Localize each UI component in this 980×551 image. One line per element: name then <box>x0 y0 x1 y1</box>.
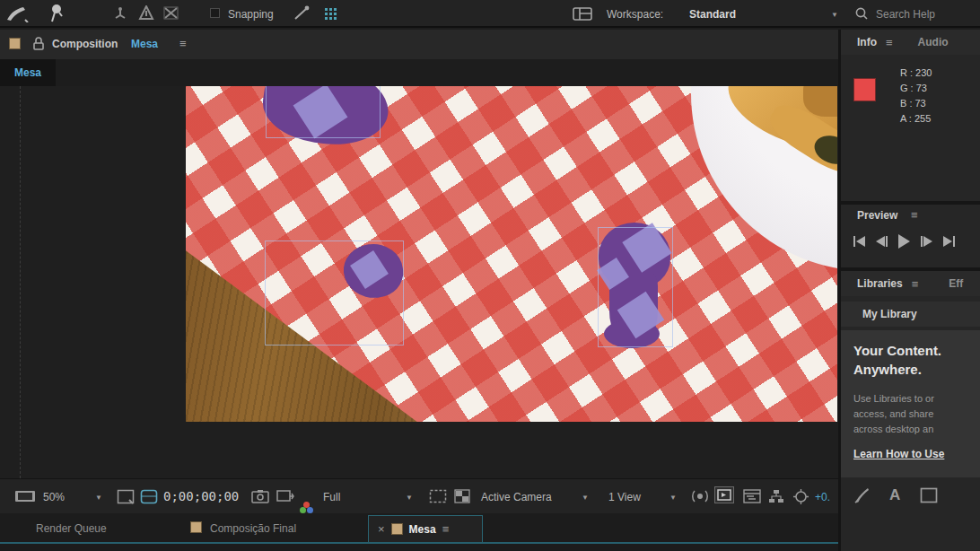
workspace-icon <box>573 7 592 21</box>
composition-panel-header: Composition Mesa ≡ <box>0 30 838 59</box>
libraries-body-line-3: across desktop an <box>853 422 980 437</box>
libraries-body-line-1: Use Libraries to or <box>853 391 980 407</box>
flowchart-icon[interactable] <box>768 489 784 503</box>
show-snapshot-icon[interactable] <box>276 489 294 503</box>
close-icon[interactable]: × <box>378 522 385 536</box>
info-r-value: R : 230 <box>900 66 932 81</box>
magnification-dropdown-icon[interactable]: ▼ <box>95 494 102 502</box>
tab-composicao-final[interactable]: Composição Final <box>210 522 296 535</box>
grid-guide-options-icon[interactable] <box>117 489 135 504</box>
tab-render-queue[interactable]: Render Queue <box>36 522 107 535</box>
view-layout-dropdown-icon[interactable]: ▼ <box>669 494 677 502</box>
workspace-selector[interactable]: Standard <box>689 8 736 21</box>
guide-line <box>20 86 21 478</box>
reset-exposure-icon[interactable] <box>793 489 809 504</box>
libraries-headline-1: Your Content. <box>853 341 980 360</box>
panel-color-swatch <box>9 38 21 49</box>
brush-tool-icon[interactable] <box>5 5 29 22</box>
library-shape-icon[interactable] <box>920 487 938 503</box>
libraries-tab-row: Libraries ≡ Eff <box>841 271 980 296</box>
libraries-content: Your Content. Anywhere. Use Libraries to… <box>841 330 980 477</box>
snap-grid-icon[interactable] <box>325 8 328 11</box>
camera-view-selector[interactable]: Active Camera <box>481 491 552 503</box>
library-text-icon[interactable]: A <box>889 486 900 504</box>
panel-comp-name: Mesa <box>131 38 158 50</box>
camera-view-dropdown-icon[interactable]: ▼ <box>582 494 589 502</box>
pan-camera-tool-icon[interactable] <box>138 5 154 21</box>
first-frame-button[interactable] <box>853 236 865 247</box>
next-frame-button[interactable] <box>921 236 932 247</box>
snapping-checkbox[interactable] <box>210 8 220 18</box>
orbit-camera-tool-icon[interactable] <box>113 6 127 21</box>
library-selector-label: My Library <box>862 308 917 320</box>
info-a-value: A : 255 <box>900 111 932 127</box>
info-rgba-values: R : 230 G : 73 B : 73 A : 255 <box>900 66 932 127</box>
viewer-tab-mesa[interactable]: Mesa <box>0 59 56 86</box>
workspace-dropdown-icon[interactable]: ▼ <box>831 11 838 19</box>
snapshot-icon[interactable] <box>251 489 269 503</box>
tab-audio[interactable]: Audio <box>918 36 949 48</box>
timeline-icon[interactable] <box>743 489 761 503</box>
snap-options-icon[interactable] <box>293 5 311 22</box>
search-icon <box>854 6 869 21</box>
info-b-value: B : 73 <box>900 96 932 111</box>
info-color-swatch <box>853 78 876 101</box>
libraries-menu-icon[interactable]: ≡ <box>912 277 919 291</box>
tab-mesa-label: Mesa <box>409 523 436 536</box>
after-effects-window: Snapping Workspace: Standard ▼ Search He… <box>0 0 980 551</box>
timecode-display[interactable]: 0;00;00;00 <box>163 489 239 503</box>
learn-how-link[interactable]: Learn How to Use <box>853 448 980 460</box>
puppet-pin-tool-icon[interactable] <box>47 4 65 23</box>
tab-libraries[interactable]: Libraries <box>857 277 903 290</box>
top-toolbar: Snapping Workspace: Standard ▼ Search He… <box>0 0 980 28</box>
composition-image[interactable] <box>186 86 837 422</box>
comp-final-color-swatch <box>190 521 202 533</box>
previous-frame-button[interactable] <box>876 236 888 247</box>
library-brush-icon[interactable] <box>853 486 870 504</box>
magnification-value[interactable]: 50% <box>43 491 65 503</box>
view-layout-selector[interactable]: 1 View <box>608 491 641 503</box>
libraries-toolbar: A <box>853 484 938 507</box>
tab-menu-icon[interactable]: ≡ <box>442 522 450 536</box>
active-tab-underline <box>0 542 980 544</box>
bottom-tab-bar: Render Queue Composição Final × Mesa ≡ <box>0 513 980 551</box>
composition-viewer[interactable] <box>0 86 838 478</box>
tab-mesa-active[interactable]: × Mesa ≡ <box>368 515 483 542</box>
tab-info[interactable]: Info <box>857 36 877 48</box>
right-panel: Info ≡ Audio R : 230 G : 73 B : 73 A : 2… <box>841 30 980 551</box>
exposure-value[interactable]: +0. <box>815 491 830 503</box>
workspace-label: Workspace: <box>607 8 663 21</box>
resolution-value[interactable]: Full <box>323 491 340 503</box>
safe-zones-icon[interactable] <box>140 489 158 504</box>
track-camera-tool-icon[interactable] <box>163 6 179 20</box>
libraries-headline-2: Anywhere. <box>853 360 980 379</box>
panel-divider <box>841 201 980 205</box>
info-tab-row: Info ≡ Audio <box>841 30 980 55</box>
fast-previews-icon[interactable] <box>714 486 734 503</box>
panel-title: Composition <box>52 38 118 50</box>
selection-box[interactable] <box>266 86 381 138</box>
channels-icon[interactable] <box>300 502 314 514</box>
panel-splitter[interactable] <box>838 30 841 551</box>
transparency-grid-icon[interactable] <box>454 489 470 503</box>
selection-box[interactable] <box>265 241 404 345</box>
preview-menu-icon[interactable]: ≡ <box>911 208 918 222</box>
viewer-toolbar: 50% ▼ 0;00;00;00 Full ▼ Active Camera ▼ <box>0 478 838 513</box>
last-frame-button[interactable] <box>943 236 955 247</box>
region-of-interest-icon[interactable] <box>429 489 447 503</box>
pixel-aspect-correction-icon[interactable] <box>691 489 709 503</box>
preview-title: Preview <box>857 209 897 222</box>
lock-icon[interactable] <box>32 36 45 51</box>
info-g-value: G : 73 <box>900 81 932 96</box>
resolution-dropdown-icon[interactable]: ▼ <box>406 494 413 502</box>
libraries-body-line-2: access, and share <box>853 407 980 422</box>
selection-box[interactable] <box>598 227 673 347</box>
tab-effects-clipped[interactable]: Eff <box>949 277 963 290</box>
play-button[interactable] <box>898 234 910 249</box>
monitor-icon[interactable] <box>14 490 36 504</box>
search-help-field[interactable]: Search Help <box>876 8 935 21</box>
info-menu-icon[interactable]: ≡ <box>886 36 893 49</box>
library-selector[interactable]: My Library <box>841 302 980 327</box>
mesa-color-swatch <box>391 523 403 535</box>
panel-menu-icon[interactable]: ≡ <box>179 37 187 50</box>
